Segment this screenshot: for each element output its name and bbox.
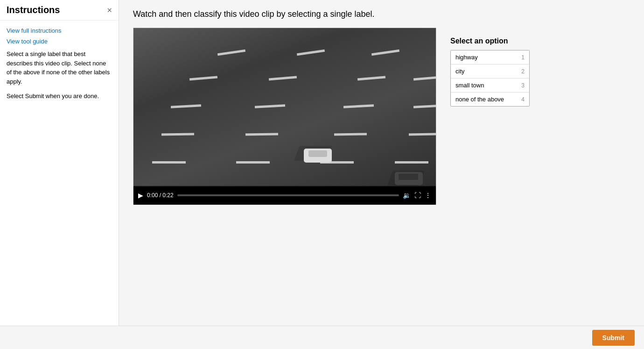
video-controls[interactable]: ▶ 0:00 / 0:22 🔉 ⛶ ⋮	[133, 186, 436, 205]
bottom-bar: Submit	[0, 326, 644, 349]
more-options-button[interactable]: ⋮	[425, 192, 431, 199]
sidebar-header: Instructions ×	[0, 0, 119, 21]
close-button[interactable]: ×	[107, 6, 112, 14]
option-list: highway1city2small town3none of the abov…	[450, 50, 530, 107]
option-number: 4	[521, 96, 525, 103]
sidebar: Instructions × View full instructions Vi…	[0, 0, 119, 326]
video-time: 0:00 / 0:22	[147, 192, 174, 199]
volume-button[interactable]: 🔉	[403, 192, 411, 199]
main-layout: Instructions × View full instructions Vi…	[0, 0, 644, 326]
select-an-option-label: Select an option	[450, 37, 530, 45]
option-item-small-town[interactable]: small town3	[451, 78, 529, 93]
option-item-city[interactable]: city2	[451, 64, 529, 78]
progress-bar[interactable]	[177, 194, 399, 196]
video-container[interactable]: ▶ 0:00 / 0:22 🔉 ⛶ ⋮	[133, 28, 436, 205]
option-item-none-of-the-above[interactable]: none of the above4	[451, 93, 529, 106]
option-label: none of the above	[455, 96, 504, 103]
sidebar-title: Instructions	[7, 5, 60, 15]
instruction-text: Watch and then classify this video clip …	[133, 9, 630, 19]
option-number: 1	[521, 54, 525, 61]
content-area: Watch and then classify this video clip …	[119, 0, 644, 326]
option-number: 2	[521, 68, 525, 75]
option-label: small town	[455, 82, 484, 89]
sidebar-body: View full instructions View tool guide S…	[0, 21, 119, 113]
option-number: 3	[521, 82, 525, 89]
video-screen	[133, 28, 436, 187]
fullscreen-button[interactable]: ⛶	[414, 192, 421, 199]
sidebar-instructions-text: Select a single label that best describe…	[7, 50, 112, 101]
play-button[interactable]: ▶	[138, 192, 143, 199]
view-full-instructions-link[interactable]: View full instructions	[7, 27, 112, 34]
view-tool-guide-link[interactable]: View tool guide	[7, 38, 112, 45]
right-panel: Select an option highway1city2small town…	[446, 28, 539, 205]
option-item-highway[interactable]: highway1	[451, 50, 529, 64]
submit-button[interactable]: Submit	[592, 330, 635, 346]
option-label: city	[455, 68, 465, 75]
option-label: highway	[455, 54, 478, 61]
